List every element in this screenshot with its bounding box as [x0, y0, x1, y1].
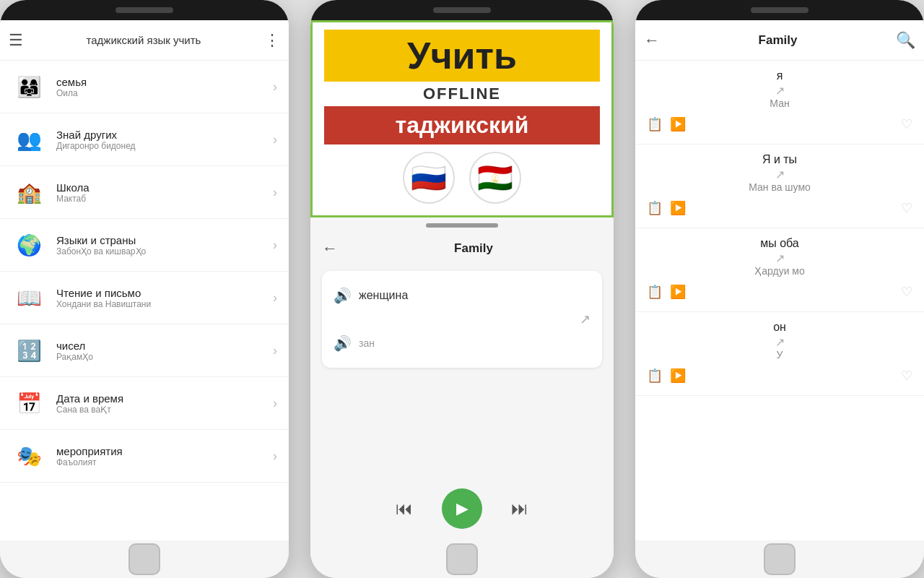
vocab-favorite-icon[interactable]: ♡ — [901, 116, 912, 132]
menu-title-others: Знай других — [56, 129, 263, 141]
notch-bar — [116, 7, 173, 13]
more-icon[interactable]: ⋮ — [264, 31, 280, 50]
vocab-arrow: ↗ — [647, 251, 912, 265]
numbers-icon: 🔢 — [12, 333, 46, 368]
left-app-bar: ☰ таджикский язык учить ⋮ — [0, 20, 289, 61]
chevron-icon: › — [273, 290, 277, 306]
chevron-icon: › — [273, 238, 277, 253]
menu-item-school[interactable]: 🏫 Школа Мактаб › — [0, 166, 289, 219]
vocab-translation-ya-i-ty: Ман ва шумо — [647, 181, 912, 193]
card-header: ← Family — [310, 233, 614, 264]
vocab-entry-ya: я ↗ Ман 📋 ▶️ ♡ — [635, 61, 924, 144]
chevron-icon: › — [273, 449, 277, 464]
chevron-icon: › — [273, 396, 277, 411]
menu-title-datetime: Дата и время — [56, 392, 263, 405]
vocab-word-my-oba: мы оба — [647, 237, 912, 250]
sound-icon[interactable]: 🔊 — [334, 287, 352, 304]
vocab-translation-ya: Ман — [647, 98, 912, 109]
center-phone-bottom — [310, 540, 614, 578]
vocab-doc-icon[interactable]: 📋 — [647, 116, 663, 132]
menu-subtitle-reading: Хондани ва Навиштани — [56, 299, 263, 309]
banner-offline: OFFLINE — [423, 85, 501, 103]
menu-title-school: Школа — [56, 181, 263, 194]
vocab-entry-ya-i-ty: Я и ты ↗ Ман ва шумо 📋 ▶️ ♡ — [635, 144, 924, 228]
menu-item-languages[interactable]: 🌍 Языки и страны ЗабонҲо ва кишварҲо › — [0, 219, 289, 272]
vocab-entry-my-oba: мы оба ↗ Ҳардуи мо 📋 ▶️ ♡ — [635, 228, 924, 312]
vocab-actions-on: 📋 ▶️ ♡ — [647, 365, 912, 387]
chevron-icon: › — [273, 185, 277, 200]
word-cards: 🔊 женщина ↗ 🔊 зан — [310, 264, 614, 477]
menu-subtitle-activities: Фаъолият — [56, 457, 263, 467]
vocab-favorite-icon[interactable]: ♡ — [901, 200, 912, 216]
vocab-entry-on: он ↗ У 📋 ▶️ ♡ — [635, 312, 924, 396]
menu-title-languages: Языки и страны — [56, 234, 263, 246]
vocab-play-icon[interactable]: ▶️ — [670, 284, 686, 300]
next-button[interactable]: ⏭ — [511, 499, 528, 519]
right-phone: ← Family 🔍 я ↗ Ман 📋 ▶️ ♡ Я и ты ↗ Ман в… — [635, 0, 924, 578]
sound-icon-2[interactable]: 🔊 — [334, 335, 352, 352]
vocab-favorite-icon[interactable]: ♡ — [901, 368, 912, 384]
word-translation-woman: зан — [359, 337, 375, 349]
menu-item-family[interactable]: 👨‍👩‍👧 семья Оила › — [0, 61, 289, 113]
chevron-icon: › — [273, 343, 277, 358]
banner-title: Учить — [324, 30, 600, 82]
vocab-actions-ya: 📋 ▶️ ♡ — [647, 113, 912, 135]
vocab-play-icon[interactable]: ▶️ — [670, 200, 686, 216]
menu-item-reading[interactable]: 📖 Чтение и письмо Хондани ва Навиштани › — [0, 272, 289, 324]
home-button[interactable] — [764, 543, 796, 575]
vocab-doc-icon[interactable]: 📋 — [647, 284, 663, 300]
vocab-play-icon[interactable]: ▶️ — [670, 116, 686, 132]
vocab-word-ya: я — [647, 69, 912, 82]
left-phone: ☰ таджикский язык учить ⋮ 👨‍👩‍👧 семья Ои… — [0, 0, 289, 578]
notch-bar — [433, 7, 491, 13]
menu-subtitle-languages: ЗабонҲо ва кишварҲо — [56, 246, 263, 256]
vocab-list: я ↗ Ман 📋 ▶️ ♡ Я и ты ↗ Ман ва шумо 📋 ▶️… — [635, 61, 924, 540]
right-back-icon[interactable]: ← — [644, 31, 660, 50]
menu-item-datetime[interactable]: 📅 Дата и время Сана ва ваҚт › — [0, 377, 289, 430]
vocab-favorite-icon[interactable]: ♡ — [901, 284, 912, 300]
datetime-icon: 📅 — [12, 386, 46, 420]
notch-bar — [751, 7, 808, 13]
vocab-play-icon[interactable]: ▶️ — [670, 368, 686, 384]
menu-subtitle-datetime: Сана ва ваҚт — [56, 405, 263, 415]
vocab-arrow: ↗ — [647, 168, 912, 181]
menu-subtitle-school: Мактаб — [56, 194, 263, 204]
banner-flags: 🇷🇺 🇹🇯 — [403, 152, 521, 204]
center-card: ← Family 🔊 женщина ↗ 🔊 зан — [310, 217, 614, 540]
flag-tajik: 🇹🇯 — [469, 152, 521, 204]
banner-lang: таджикский — [324, 106, 600, 144]
app-bar-title: таджикский язык учить — [32, 34, 256, 46]
languages-icon: 🌍 — [12, 228, 46, 262]
home-button[interactable] — [446, 543, 478, 575]
center-phone: Учить OFFLINE таджикский 🇷🇺 🇹🇯 ← Family … — [310, 0, 614, 578]
vocab-actions-my-oba: 📋 ▶️ ♡ — [647, 281, 912, 303]
hamburger-icon[interactable]: ☰ — [9, 31, 23, 50]
vocab-arrow: ↗ — [647, 84, 912, 98]
others-icon: 👥 — [12, 122, 46, 157]
vocab-doc-icon[interactable]: 📋 — [647, 368, 663, 384]
menu-subtitle-others: Дигаронро бидонед — [56, 141, 263, 151]
vocab-translation-my-oba: Ҳардуи мо — [647, 265, 912, 277]
right-search-icon[interactable]: 🔍 — [896, 31, 915, 50]
prev-button[interactable]: ⏮ — [396, 499, 413, 519]
play-button[interactable]: ▶ — [442, 488, 482, 529]
school-icon: 🏫 — [12, 175, 46, 210]
family-icon: 👨‍👩‍👧 — [12, 69, 46, 104]
menu-item-activities[interactable]: 🎭 мероприятия Фаъолият › — [0, 430, 289, 483]
menu-item-others[interactable]: 👥 Знай других Дигаронро бидонед › — [0, 113, 289, 166]
flag-russia: 🇷🇺 — [403, 152, 455, 204]
word-text-woman: женщина — [359, 289, 408, 302]
arrow-up-icon: ↗ — [580, 311, 590, 327]
home-button[interactable] — [128, 543, 160, 575]
menu-list: 👨‍👩‍👧 семья Оила › 👥 Знай других Дигарон… — [0, 61, 289, 540]
menu-item-numbers[interactable]: 🔢 чисел РақамҲо › — [0, 324, 289, 377]
vocab-translation-on: У — [647, 349, 912, 361]
left-notch — [0, 0, 289, 20]
word-row-translation: 🔊 зан — [334, 330, 590, 356]
activities-icon: 🎭 — [12, 439, 46, 473]
vocab-doc-icon[interactable]: 📋 — [647, 200, 663, 216]
right-app-bar: ← Family 🔍 — [635, 20, 924, 61]
center-notch — [310, 0, 614, 20]
card-back-icon[interactable]: ← — [322, 239, 338, 258]
vocab-word-ya-i-ty: Я и ты — [647, 153, 912, 166]
